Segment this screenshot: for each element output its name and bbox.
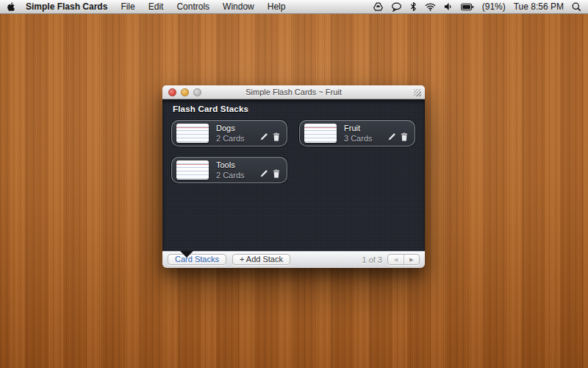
stack-info: Tools 2 Cards [216,160,245,180]
panel-title: Flash Card Stacks [173,105,248,113]
add-stack-button[interactable]: + Add Stack [232,254,290,265]
menu-clock[interactable]: Tue 8:56 PM [514,1,564,12]
content-pointer [180,251,193,258]
bottom-toolbar: Card Stacks + Add Stack 1 of 3 ◀ ▶ [162,251,425,267]
stack-name: Fruit [344,123,373,133]
stack-actions [260,169,280,178]
index-card-icon [304,124,337,143]
stack-name: Tools [216,160,245,170]
drive-icon[interactable] [373,2,383,11]
apple-menu[interactable] [7,1,15,12]
stack-actions [388,132,408,141]
stacks-panel: Flash Card Stacks Dogs 2 Cards Fruit 3 C… [162,99,425,251]
menu-help[interactable]: Help [268,1,286,12]
window-title: Simple Flash Cards ~ Fruit [162,88,425,96]
card-stacks-button[interactable]: Card Stacks [168,254,226,265]
menu-file[interactable]: File [121,1,135,12]
chat-icon[interactable] [391,2,402,12]
stack-card-tools[interactable]: Tools 2 Cards [171,157,287,183]
apple-icon [7,1,15,12]
stack-actions [260,132,280,141]
delete-icon[interactable] [401,132,408,141]
index-card-icon [176,160,209,180]
stack-count: 2 Cards [216,133,245,144]
menu-status-area: (91%) Tue 8:56 PM [373,1,581,12]
menu-bar: Simple Flash Cards File Edit Controls Wi… [0,0,588,14]
bluetooth-icon[interactable] [410,1,417,12]
app-window: Simple Flash Cards ~ Fruit Flash Card St… [162,85,425,268]
next-page-button[interactable]: ▶ [404,255,419,264]
battery-icon[interactable] [461,3,474,11]
menu-window[interactable]: Window [223,1,254,12]
stack-info: Dogs 2 Cards [216,123,245,144]
prev-page-button[interactable]: ◀ [388,255,404,264]
menu-controls[interactable]: Controls [176,1,209,12]
battery-percent: (91%) [482,1,506,12]
delete-icon[interactable] [273,169,280,178]
wifi-icon[interactable] [425,2,436,11]
page-nav: ◀ ▶ [387,254,420,265]
stack-card-dogs[interactable]: Dogs 2 Cards [171,120,287,146]
menu-edit[interactable]: Edit [148,1,164,12]
page-indicator: 1 of 3 [362,255,382,264]
edit-icon[interactable] [260,169,268,178]
edit-icon[interactable] [260,132,268,141]
index-card-icon [176,124,209,143]
menu-items: File Edit Controls Window Help [121,1,285,12]
stack-info: Fruit 3 Cards [344,123,373,144]
stack-name: Dogs [216,123,245,133]
pagination: 1 of 3 ◀ ▶ [362,254,420,265]
resize-grip-icon[interactable] [414,89,421,96]
app-menu-title[interactable]: Simple Flash Cards [26,1,107,12]
stack-count: 2 Cards [216,170,245,180]
stack-card-fruit[interactable]: Fruit 3 Cards [299,120,415,146]
volume-icon[interactable] [444,2,453,11]
title-bar[interactable]: Simple Flash Cards ~ Fruit [162,85,425,99]
stack-count: 3 Cards [344,133,373,144]
delete-icon[interactable] [273,132,280,141]
spotlight-icon[interactable] [572,2,581,12]
edit-icon[interactable] [388,132,396,141]
